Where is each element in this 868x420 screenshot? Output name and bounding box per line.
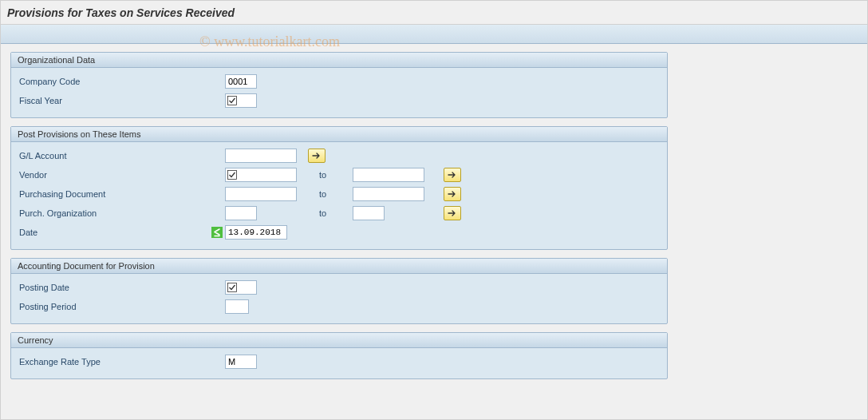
group-header: Post Provisions on These Items	[11, 127, 667, 142]
date-label: Date	[18, 228, 145, 237]
exrate-input[interactable]	[225, 355, 257, 369]
toolbar	[1, 25, 867, 44]
vendor-from-input[interactable]	[225, 168, 297, 182]
posting-date-input[interactable]	[225, 280, 257, 295]
main-area: Organizational Data Company Code Fiscal …	[1, 44, 677, 419]
group-currency: Currency Exchange Rate Type	[10, 332, 668, 379]
posting-period-input[interactable]	[225, 299, 249, 314]
porg-to-input[interactable]	[353, 206, 385, 220]
group-organizational-data: Organizational Data Company Code Fiscal …	[10, 52, 668, 118]
group-header: Accounting Document for Provision	[11, 259, 667, 274]
less-or-equal-icon[interactable]	[211, 226, 223, 239]
vendor-to-input[interactable]	[353, 168, 424, 182]
title-bar: Provisions for Taxes on Services Receive…	[1, 1, 867, 25]
purdoc-multi-button[interactable]	[444, 187, 461, 201]
checkmark-icon	[227, 96, 237, 105]
arrow-right-icon	[448, 209, 457, 217]
purdoc-label: Purchasing Document	[18, 189, 145, 199]
arrow-right-icon	[448, 171, 457, 179]
group-header: Currency	[11, 333, 667, 348]
arrow-right-icon	[312, 152, 322, 160]
vendor-label: Vendor	[18, 170, 145, 180]
purdoc-to-input[interactable]	[353, 187, 424, 201]
date-input[interactable]	[225, 225, 287, 240]
gl-account-label: G/L Account	[18, 151, 145, 160]
porg-label: Purch. Organization	[18, 208, 145, 218]
fiscal-year-label: Fiscal Year	[18, 96, 145, 105]
to-label: to	[313, 170, 353, 180]
page-title: Provisions for Taxes on Services Receive…	[7, 6, 235, 19]
checkmark-icon	[227, 283, 237, 292]
company-code-label: Company Code	[18, 77, 145, 86]
checkmark-icon	[227, 170, 237, 180]
arrow-right-icon	[448, 190, 457, 198]
svg-rect-3	[228, 283, 237, 292]
svg-rect-1	[228, 171, 237, 180]
purdoc-from-input[interactable]	[225, 187, 297, 201]
fiscal-year-input[interactable]	[225, 93, 257, 108]
side-area	[677, 44, 867, 419]
svg-rect-0	[228, 97, 237, 105]
gl-account-multi-button[interactable]	[308, 149, 326, 163]
gl-account-input[interactable]	[225, 149, 297, 163]
posting-period-label: Posting Period	[18, 302, 145, 311]
vendor-multi-button[interactable]	[444, 168, 461, 182]
to-label: to	[313, 208, 353, 218]
group-accounting-document: Accounting Document for Provision Postin…	[10, 258, 668, 324]
posting-date-label: Posting Date	[18, 283, 145, 292]
group-header: Organizational Data	[11, 53, 667, 68]
to-label: to	[313, 189, 353, 199]
porg-multi-button[interactable]	[444, 206, 461, 220]
company-code-input[interactable]	[225, 74, 257, 89]
porg-from-input[interactable]	[225, 206, 257, 220]
group-post-provisions: Post Provisions on These Items G/L Accou…	[10, 126, 668, 250]
exrate-label: Exchange Rate Type	[18, 357, 145, 367]
